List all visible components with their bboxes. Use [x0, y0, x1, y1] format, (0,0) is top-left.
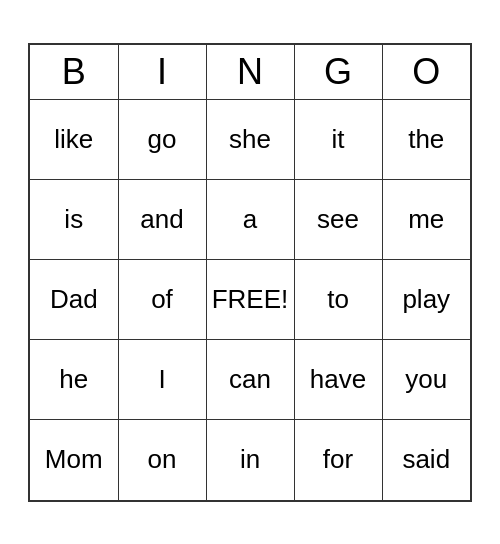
table-cell: you: [382, 340, 470, 420]
table-cell: like: [30, 100, 118, 180]
table-cell: the: [382, 100, 470, 180]
table-cell: of: [118, 260, 206, 340]
col-n: N: [206, 45, 294, 100]
table-row: likegosheitthe: [30, 100, 470, 180]
bingo-card: B I N G O likegosheittheisandaseemeDadof…: [28, 43, 472, 502]
table-cell: she: [206, 100, 294, 180]
header-row: B I N G O: [30, 45, 470, 100]
table-cell: can: [206, 340, 294, 420]
col-o: O: [382, 45, 470, 100]
table-cell: and: [118, 180, 206, 260]
bingo-table: B I N G O likegosheittheisandaseemeDadof…: [30, 45, 470, 500]
table-cell: a: [206, 180, 294, 260]
col-b: B: [30, 45, 118, 100]
table-cell: said: [382, 420, 470, 500]
table-cell: play: [382, 260, 470, 340]
col-g: G: [294, 45, 382, 100]
table-cell: Dad: [30, 260, 118, 340]
table-cell: is: [30, 180, 118, 260]
table-row: DadofFREE!toplay: [30, 260, 470, 340]
table-row: Momoninforsaid: [30, 420, 470, 500]
table-cell: I: [118, 340, 206, 420]
bingo-body: likegosheittheisandaseemeDadofFREE!topla…: [30, 100, 470, 500]
table-cell: see: [294, 180, 382, 260]
table-cell: have: [294, 340, 382, 420]
table-cell: me: [382, 180, 470, 260]
table-cell: FREE!: [206, 260, 294, 340]
table-cell: to: [294, 260, 382, 340]
col-i: I: [118, 45, 206, 100]
table-row: heIcanhaveyou: [30, 340, 470, 420]
table-cell: in: [206, 420, 294, 500]
table-cell: he: [30, 340, 118, 420]
table-cell: it: [294, 100, 382, 180]
table-cell: go: [118, 100, 206, 180]
table-cell: for: [294, 420, 382, 500]
table-row: isandaseeme: [30, 180, 470, 260]
table-cell: Mom: [30, 420, 118, 500]
table-cell: on: [118, 420, 206, 500]
